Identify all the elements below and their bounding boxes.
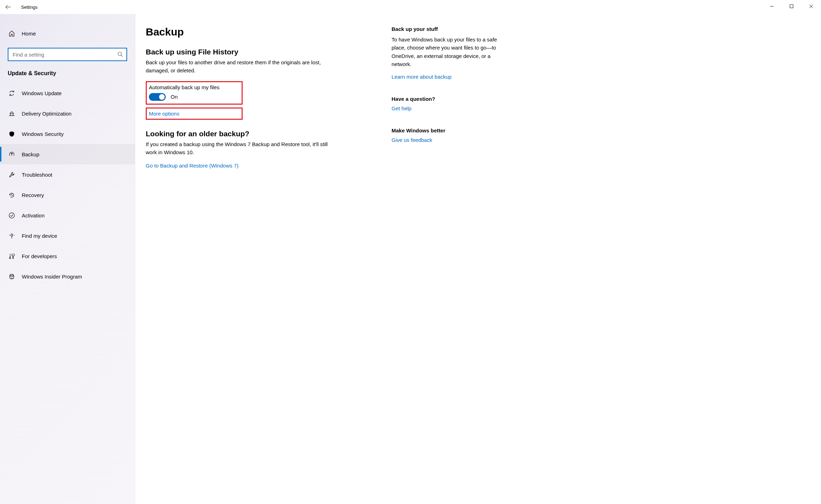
sidebar-item-label: Windows Update xyxy=(22,90,61,96)
sync-icon xyxy=(8,89,15,97)
sidebar-item-label: Backup xyxy=(22,151,39,157)
sidebar-item-for-developers[interactable]: For developers xyxy=(0,246,135,266)
get-help-link[interactable]: Get help xyxy=(392,105,412,111)
sidebar-item-label: Delivery Optimization xyxy=(22,111,72,117)
auto-backup-toggle[interactable] xyxy=(149,93,166,101)
arrow-left-icon xyxy=(5,4,11,10)
minimize-button[interactable] xyxy=(762,0,782,13)
older-backup-heading: Looking for an older backup? xyxy=(146,130,370,138)
highlight-more-options: More options xyxy=(146,107,243,120)
give-feedback-link[interactable]: Give us feedback xyxy=(392,137,432,143)
close-icon xyxy=(809,4,813,8)
svg-point-6 xyxy=(10,275,11,276)
highlight-auto-backup: Automatically back up my files On xyxy=(146,81,243,105)
sidebar-item-label: Recovery xyxy=(22,192,44,198)
close-button[interactable] xyxy=(801,0,821,13)
svg-rect-1 xyxy=(790,5,793,8)
history-icon xyxy=(8,191,15,199)
file-history-heading: Back up using File History xyxy=(146,48,370,56)
more-options-link[interactable]: More options xyxy=(149,111,179,117)
svg-point-5 xyxy=(11,234,13,236)
sidebar: Home Update & Security Windows Update De… xyxy=(0,14,135,504)
shield-icon xyxy=(8,130,15,138)
aside: Back up your stuff To have Windows back … xyxy=(392,26,504,493)
sidebar-item-find-my-device[interactable]: Find my device xyxy=(0,225,135,246)
sidebar-item-troubleshoot[interactable]: Troubleshoot xyxy=(0,164,135,185)
search-icon xyxy=(117,51,123,58)
sidebar-item-delivery-optimization[interactable]: Delivery Optimization xyxy=(0,103,135,124)
back-button[interactable] xyxy=(0,0,16,14)
svg-line-3 xyxy=(121,55,123,57)
sidebar-item-windows-security[interactable]: Windows Security xyxy=(0,124,135,144)
tools-icon xyxy=(8,252,15,260)
wrench-icon xyxy=(8,171,15,178)
app-title: Settings xyxy=(21,5,38,10)
sidebar-section-header: Update & Security xyxy=(0,67,135,83)
search-input[interactable] xyxy=(12,51,117,58)
older-backup-description: If you created a backup using the Window… xyxy=(146,140,335,157)
location-icon xyxy=(8,232,15,240)
svg-point-2 xyxy=(118,52,121,55)
page-title: Backup xyxy=(146,26,370,38)
sidebar-item-label: Find my device xyxy=(22,233,57,239)
maximize-icon xyxy=(789,4,794,8)
insider-icon xyxy=(8,273,15,280)
svg-point-7 xyxy=(12,275,13,276)
learn-more-backup-link[interactable]: Learn more about backup xyxy=(392,74,452,80)
titlebar: Settings xyxy=(0,0,821,14)
sidebar-item-windows-update[interactable]: Windows Update xyxy=(0,83,135,103)
sidebar-home[interactable]: Home xyxy=(0,23,135,44)
sidebar-item-label: Activation xyxy=(22,212,45,218)
backup-icon xyxy=(8,150,15,158)
window-controls xyxy=(762,0,821,13)
sidebar-item-activation[interactable]: Activation xyxy=(0,205,135,225)
minimize-icon xyxy=(770,4,774,8)
sidebar-item-recovery[interactable]: Recovery xyxy=(0,185,135,205)
auto-backup-state: On xyxy=(171,94,178,100)
auto-backup-label: Automatically back up my files xyxy=(149,84,238,90)
aside-stuff-desc: To have Windows back up your files to a … xyxy=(392,35,504,68)
sidebar-item-backup[interactable]: Backup xyxy=(0,144,135,164)
svg-point-4 xyxy=(9,212,14,218)
sidebar-item-label: Troubleshoot xyxy=(22,172,52,178)
main-content: Backup Back up using File History Back u… xyxy=(135,14,821,504)
home-icon xyxy=(8,30,15,37)
aside-question-heading: Have a question? xyxy=(392,96,504,102)
sidebar-item-label: Windows Security xyxy=(22,131,64,137)
sidebar-home-label: Home xyxy=(22,31,36,37)
sidebar-item-label: For developers xyxy=(22,253,57,259)
aside-stuff-heading: Back up your stuff xyxy=(392,26,504,32)
sidebar-item-label: Windows Insider Program xyxy=(22,274,82,280)
file-history-description: Back up your files to another drive and … xyxy=(146,58,335,75)
delivery-icon xyxy=(8,110,15,117)
backup-restore-win7-link[interactable]: Go to Backup and Restore (Windows 7) xyxy=(146,163,238,169)
search-box[interactable] xyxy=(8,48,127,61)
check-circle-icon xyxy=(8,211,15,219)
maximize-button[interactable] xyxy=(782,0,801,13)
sidebar-item-windows-insider[interactable]: Windows Insider Program xyxy=(0,266,135,287)
aside-feedback-heading: Make Windows better xyxy=(392,127,504,133)
